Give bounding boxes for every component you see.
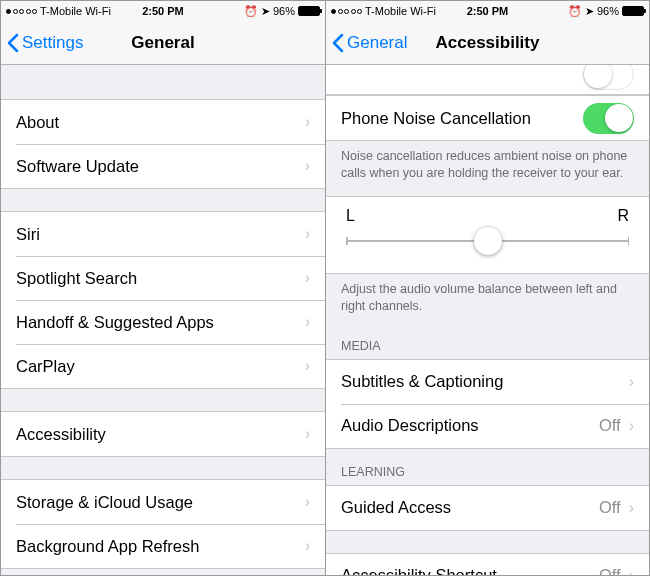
battery-icon bbox=[622, 6, 644, 16]
row-label: Audio Descriptions bbox=[341, 416, 599, 435]
row-label: Siri bbox=[16, 225, 305, 244]
row-label: Software Update bbox=[16, 157, 305, 176]
row-label: Guided Access bbox=[341, 498, 599, 517]
toggle-noise-cancellation[interactable] bbox=[583, 103, 634, 134]
status-bar: T-Mobile Wi-Fi 2:50 PM ⏰ ➤ 96% bbox=[326, 1, 649, 21]
scroll-content[interactable]: Phone Noise Cancellation Noise cancellat… bbox=[326, 65, 649, 575]
page-title: Accessibility bbox=[326, 33, 649, 53]
row-subtitles[interactable]: Subtitles & Captioning› bbox=[326, 360, 649, 404]
clock-label: 2:50 PM bbox=[326, 5, 649, 17]
footer-text: Adjust the audio volume balance between … bbox=[326, 274, 649, 323]
row-handoff[interactable]: Handoff & Suggested Apps› bbox=[1, 300, 325, 344]
chevron-right-icon: › bbox=[305, 313, 310, 331]
row-label: About bbox=[16, 113, 305, 132]
row-accessibility-shortcut[interactable]: Accessibility ShortcutOff› bbox=[326, 554, 649, 576]
row-label: Accessibility bbox=[16, 425, 305, 444]
chevron-right-icon: › bbox=[305, 357, 310, 375]
row-storage[interactable]: Storage & iCloud Usage› bbox=[1, 480, 325, 524]
row-software-update[interactable]: Software Update› bbox=[1, 144, 325, 188]
row-noise-cancellation[interactable]: Phone Noise Cancellation bbox=[326, 96, 649, 140]
chevron-right-icon: › bbox=[305, 113, 310, 131]
row-label: CarPlay bbox=[16, 357, 305, 376]
balance-right-label: R bbox=[617, 207, 629, 225]
row-label: Subtitles & Captioning bbox=[341, 372, 629, 391]
group-storage: Storage & iCloud Usage› Background App R… bbox=[1, 479, 325, 569]
chevron-right-icon: › bbox=[305, 537, 310, 555]
row-spotlight-search[interactable]: Spotlight Search› bbox=[1, 256, 325, 300]
row-background-refresh[interactable]: Background App Refresh› bbox=[1, 524, 325, 568]
section-header-media: MEDIA bbox=[326, 323, 649, 359]
row-about[interactable]: About› bbox=[1, 100, 325, 144]
slider-thumb[interactable] bbox=[474, 227, 502, 255]
row-label: Background App Refresh bbox=[16, 537, 305, 556]
nav-bar: Settings General bbox=[1, 21, 325, 65]
balance-left-label: L bbox=[346, 207, 355, 225]
phone-right: T-Mobile Wi-Fi 2:50 PM ⏰ ➤ 96% General A… bbox=[325, 1, 649, 575]
row-carplay[interactable]: CarPlay› bbox=[1, 344, 325, 388]
row-detail: Off bbox=[599, 416, 621, 435]
chevron-right-icon: › bbox=[305, 157, 310, 175]
row-label bbox=[341, 71, 346, 90]
row-siri[interactable]: Siri› bbox=[1, 212, 325, 256]
row-guided-access[interactable]: Guided AccessOff› bbox=[326, 486, 649, 530]
row-accessibility[interactable]: Accessibility› bbox=[1, 412, 325, 456]
chevron-right-icon: › bbox=[305, 269, 310, 287]
chevron-right-icon: › bbox=[629, 567, 634, 576]
row-label: Spotlight Search bbox=[16, 269, 305, 288]
phone-left: T-Mobile Wi-Fi 2:50 PM ⏰ ➤ 96% Settings … bbox=[1, 1, 325, 575]
toggle[interactable] bbox=[583, 65, 634, 90]
section-header-learning: LEARNING bbox=[326, 449, 649, 485]
chevron-right-icon: › bbox=[305, 225, 310, 243]
scroll-content[interactable]: About› Software Update› Siri› Spotlight … bbox=[1, 65, 325, 575]
row-label: Handoff & Suggested Apps bbox=[16, 313, 305, 332]
battery-icon bbox=[298, 6, 320, 16]
clock-label: 2:50 PM bbox=[1, 5, 325, 17]
status-bar: T-Mobile Wi-Fi 2:50 PM ⏰ ➤ 96% bbox=[1, 1, 325, 21]
group-accessibility: Accessibility› bbox=[1, 411, 325, 457]
page-title: General bbox=[1, 33, 325, 53]
row-partial-top[interactable] bbox=[326, 65, 649, 95]
chevron-right-icon: › bbox=[629, 417, 634, 435]
chevron-right-icon: › bbox=[305, 425, 310, 443]
row-detail: Off bbox=[599, 498, 621, 517]
row-detail: Off bbox=[599, 566, 621, 575]
footer-text: Noise cancellation reduces ambient noise… bbox=[326, 141, 649, 190]
chevron-right-icon: › bbox=[629, 373, 634, 391]
chevron-right-icon: › bbox=[629, 499, 634, 517]
chevron-right-icon: › bbox=[305, 493, 310, 511]
balance-slider[interactable] bbox=[346, 227, 629, 255]
row-label: Storage & iCloud Usage bbox=[16, 493, 305, 512]
balance-slider-row: L R bbox=[326, 196, 649, 274]
row-label: Phone Noise Cancellation bbox=[341, 109, 583, 128]
row-audio-descriptions[interactable]: Audio DescriptionsOff› bbox=[326, 404, 649, 448]
row-label: Accessibility Shortcut bbox=[341, 566, 599, 575]
nav-bar: General Accessibility bbox=[326, 21, 649, 65]
group-about: About› Software Update› bbox=[1, 99, 325, 189]
group-siri: Siri› Spotlight Search› Handoff & Sugges… bbox=[1, 211, 325, 389]
